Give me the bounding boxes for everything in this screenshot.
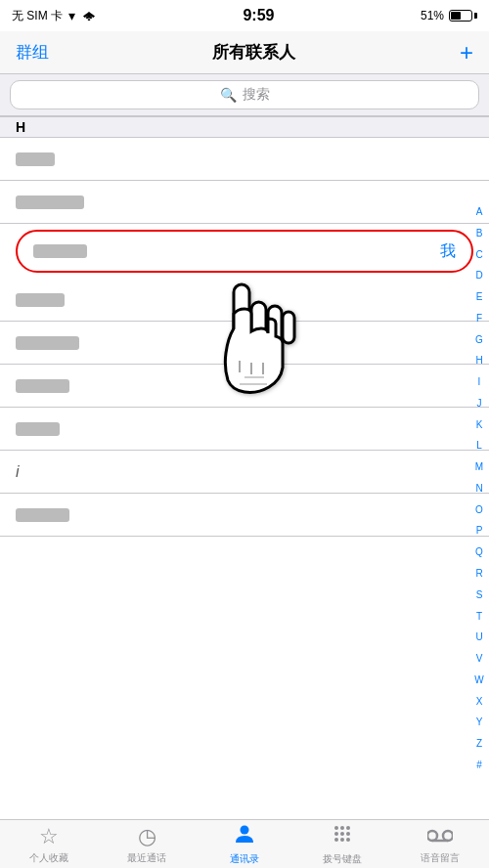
section-header-h: H: [0, 116, 489, 138]
alpha-o[interactable]: O: [475, 504, 483, 515]
svg-point-19: [346, 838, 350, 842]
alpha-b[interactable]: B: [476, 228, 483, 239]
contact-list: H 我 i: [0, 116, 489, 537]
nav-title: 所有联系人: [212, 41, 295, 64]
alpha-m[interactable]: M: [475, 461, 483, 472]
alpha-x[interactable]: X: [476, 696, 483, 707]
voicemail-icon: [427, 824, 453, 849]
contact-row[interactable]: [0, 279, 489, 322]
nav-add-button[interactable]: +: [460, 41, 473, 65]
contact-name: [16, 422, 60, 436]
star-icon: ☆: [39, 824, 59, 849]
battery-icon: [449, 10, 477, 22]
svg-point-18: [340, 838, 344, 842]
alpha-z[interactable]: Z: [476, 738, 482, 749]
search-bar: 🔍 搜索: [0, 74, 489, 116]
tab-favorites[interactable]: ☆ 个人收藏: [0, 820, 98, 868]
alpha-k[interactable]: K: [476, 419, 483, 430]
svg-point-10: [241, 825, 249, 834]
contact-name: [16, 293, 65, 307]
search-placeholder: 搜索: [243, 86, 270, 104]
alpha-e[interactable]: E: [476, 291, 483, 302]
alpha-n[interactable]: N: [475, 483, 482, 494]
svg-point-14: [334, 832, 338, 836]
alpha-g[interactable]: G: [475, 334, 483, 345]
alphabet-index[interactable]: A B C D E F G H I J K L M N O P Q R S T …: [471, 206, 487, 770]
carrier-text: 无 SIM 卡: [12, 8, 63, 24]
wifi-icon: ▾: [68, 8, 75, 23]
alpha-s[interactable]: S: [476, 589, 483, 600]
contact-row[interactable]: [0, 365, 489, 408]
status-carrier: 无 SIM 卡 ▾: [12, 8, 97, 24]
nav-bar: 群组 所有联系人 +: [0, 31, 489, 74]
tab-favorites-label: 个人收藏: [29, 851, 68, 865]
contact-name: [16, 379, 69, 393]
grid-icon: [332, 823, 353, 850]
svg-point-15: [340, 832, 344, 836]
status-bar: 无 SIM 卡 ▾ 9:59 51%: [0, 0, 489, 31]
tab-voicemail[interactable]: 语音留言: [391, 820, 489, 868]
svg-point-21: [443, 831, 453, 841]
tab-recents-label: 最近通话: [127, 851, 166, 865]
contact-name: [16, 152, 55, 166]
svg-point-16: [346, 832, 350, 836]
alpha-c[interactable]: C: [475, 249, 482, 260]
alpha-a[interactable]: A: [476, 206, 483, 217]
me-badge: 我: [440, 241, 456, 262]
svg-point-11: [334, 826, 338, 830]
status-battery: 51%: [421, 9, 477, 22]
nav-groups-button[interactable]: 群组: [16, 41, 49, 64]
alpha-t[interactable]: T: [476, 611, 482, 622]
wifi-bars: [81, 9, 97, 23]
alpha-hash[interactable]: #: [476, 760, 482, 770]
alpha-h[interactable]: H: [475, 355, 482, 366]
alpha-d[interactable]: D: [475, 270, 482, 281]
tab-keypad-label: 拨号键盘: [323, 852, 362, 866]
tab-keypad[interactable]: 拨号键盘: [293, 820, 391, 868]
svg-point-17: [334, 838, 338, 842]
clock-icon: ◷: [138, 824, 156, 849]
battery-percent: 51%: [421, 9, 444, 22]
svg-point-20: [427, 831, 437, 841]
contact-row[interactable]: [0, 181, 489, 224]
contact-name-me: [33, 244, 87, 258]
search-field[interactable]: 🔍 搜索: [10, 80, 479, 109]
alpha-u[interactable]: U: [475, 631, 482, 642]
alpha-p[interactable]: P: [476, 525, 483, 536]
contact-row-me[interactable]: 我: [16, 230, 473, 273]
main-content: 🔍 搜索 H 我: [0, 74, 489, 819]
svg-point-12: [340, 826, 344, 830]
tab-contacts-label: 通讯录: [230, 852, 259, 866]
contact-row[interactable]: i: [0, 451, 489, 494]
contact-name: [16, 508, 69, 522]
svg-point-13: [346, 826, 350, 830]
svg-point-0: [88, 19, 90, 21]
alpha-i[interactable]: I: [478, 376, 481, 387]
alpha-l[interactable]: L: [476, 440, 482, 451]
contact-name-i: i: [16, 463, 20, 481]
alpha-r[interactable]: R: [475, 568, 482, 579]
contact-row[interactable]: [0, 494, 489, 537]
alpha-j[interactable]: J: [477, 398, 482, 409]
alpha-f[interactable]: F: [476, 313, 482, 324]
tab-recents[interactable]: ◷ 最近通话: [98, 820, 196, 868]
tab-voicemail-label: 语音留言: [421, 851, 460, 865]
search-icon: 🔍: [220, 87, 237, 103]
contact-row[interactable]: [0, 138, 489, 181]
alpha-y[interactable]: Y: [476, 716, 483, 727]
status-time: 9:59: [243, 7, 274, 24]
person-icon: [234, 823, 255, 850]
contact-row-me-wrapper: 我: [0, 224, 489, 279]
tab-bar: ☆ 个人收藏 ◷ 最近通话 通讯录: [0, 819, 489, 868]
alpha-w[interactable]: W: [474, 674, 483, 685]
contact-row[interactable]: [0, 408, 489, 451]
tab-contacts[interactable]: 通讯录: [196, 820, 293, 868]
contact-row[interactable]: [0, 322, 489, 365]
alpha-q[interactable]: Q: [475, 546, 483, 557]
contact-name: [16, 336, 79, 350]
contact-name: [16, 195, 84, 209]
alpha-v[interactable]: V: [476, 653, 483, 664]
